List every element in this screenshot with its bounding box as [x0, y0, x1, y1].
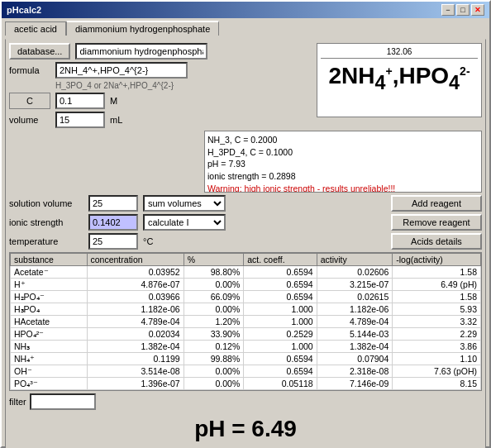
ionic-strength-input[interactable] — [88, 214, 138, 231]
window-controls: − □ ✕ — [441, 4, 484, 16]
table-cell: 0.00% — [184, 303, 244, 316]
content-area: acetic acid diammonium hydrogenphosphate… — [2, 18, 489, 448]
formula-display-panel: 132.06 2NH4+,HPO42- — [317, 43, 482, 117]
col-activity: activity — [317, 254, 393, 266]
table-row: NH₄⁺0.119999.88%0.65940.079041.10 — [11, 353, 481, 365]
volume-input[interactable] — [55, 112, 105, 128]
filter-row: filter — [9, 393, 482, 410]
col-concentration: concentration — [87, 254, 184, 266]
solution-volume-label: solution volume — [9, 198, 83, 208]
info-box: NH_3, C = 0.2000 H_3PD_4, C = 0.1000 pH … — [204, 131, 482, 193]
remove-reagent-button[interactable]: Remove reagent — [391, 214, 482, 231]
table-cell: 98.80% — [184, 266, 244, 279]
substance-table-container: substance concentration % act. coeff. ac… — [9, 252, 482, 391]
table-cell: NH₄⁺ — [11, 353, 88, 365]
main-panel: database... formula H_3PO_4 or 2Na^+,HPO… — [5, 39, 486, 448]
table-row: Acetate⁻0.0395298.80%0.65940.026061.58 — [11, 266, 481, 279]
table-cell: OH⁻ — [11, 365, 88, 378]
close-button[interactable]: ✕ — [471, 4, 484, 16]
table-cell: 0.03952 — [87, 266, 184, 279]
ionic-strength-label: ionic strength — [9, 217, 83, 227]
table-cell: H⁺ — [11, 279, 88, 291]
info-line-2: H_3PD_4, C = 0.1000 — [207, 146, 479, 159]
table-cell: HPO₄²⁻ — [11, 328, 88, 341]
title-bar: pHcalc2 − □ ✕ — [2, 2, 489, 18]
col-log-activity: -log(activity) — [393, 254, 481, 266]
table-cell: 1.000 — [244, 316, 317, 328]
database-button[interactable]: database... — [9, 43, 70, 60]
col-percent: % — [184, 254, 244, 266]
tab-bar: acetic acid diammonium hydrogenphosphate — [5, 21, 486, 36]
left-panel: database... formula H_3PO_4 or 2Na^+,HPO… — [9, 43, 312, 128]
table-cell: 1.10 — [393, 353, 481, 365]
acids-details-button[interactable]: Acids details — [391, 233, 482, 250]
table-cell: 0.02606 — [317, 266, 393, 279]
temperature-input[interactable] — [88, 233, 138, 250]
table-cell: H₃PO₄ — [11, 303, 88, 316]
table-cell: 0.6594 — [244, 279, 317, 291]
table-cell: H₂PO₄⁻ — [11, 291, 88, 303]
temperature-label: temperature — [9, 236, 83, 246]
window-title: pHcalc2 — [7, 5, 41, 15]
table-cell: PO₄³⁻ — [11, 378, 88, 390]
table-cell: 0.03966 — [87, 291, 184, 303]
info-section: NH_3, C = 0.2000 H_3PD_4, C = 0.1000 pH … — [9, 131, 482, 193]
volume-label: volume — [9, 115, 50, 125]
formula-row: formula — [9, 62, 312, 79]
add-reagent-button[interactable]: Add reagent — [391, 195, 482, 212]
sum-volumes-select[interactable]: sum volumes fixed volume — [143, 195, 226, 212]
table-cell: 0.12% — [184, 341, 244, 353]
table-cell: 7.146e-09 — [317, 378, 393, 390]
formula-input[interactable] — [55, 62, 188, 79]
table-cell: 0.1199 — [87, 353, 184, 365]
table-cell: 5.93 — [393, 303, 481, 316]
solution-volume-input[interactable] — [88, 195, 138, 212]
table-cell: 1.000 — [244, 303, 317, 316]
table-cell: 1.58 — [393, 266, 481, 279]
table-row: HPO₄²⁻0.0203433.90%0.25295.144e-032.29 — [11, 328, 481, 341]
c-input[interactable] — [55, 93, 105, 109]
table-cell: 0.00% — [184, 365, 244, 378]
table-cell: 4.789e-04 — [87, 316, 184, 328]
table-cell: 2.318e-08 — [317, 365, 393, 378]
table-cell: 0.02615 — [317, 291, 393, 303]
table-row: H₃PO₄1.182e-060.00%1.0001.182e-065.93 — [11, 303, 481, 316]
table-cell: NH₃ — [11, 341, 88, 353]
substance-table: substance concentration % act. coeff. ac… — [10, 253, 481, 390]
table-cell: 0.6594 — [244, 353, 317, 365]
tab-diammonium[interactable]: diammonium hydrogenphosphate — [66, 21, 219, 36]
ph-display: pH = 6.49 — [9, 412, 482, 446]
table-cell: 33.90% — [184, 328, 244, 341]
table-row: OH⁻3.514e-080.00%0.65942.318e-087.63 (pO… — [11, 365, 481, 378]
table-cell: 2.29 — [393, 328, 481, 341]
middle-section: solution volume sum volumes fixed volume… — [9, 195, 482, 250]
table-cell: HAcetate — [11, 316, 88, 328]
table-cell: 1.396e-07 — [87, 378, 184, 390]
mw-display: 132.06 — [321, 47, 478, 59]
formula-label: formula — [9, 65, 50, 75]
solution-volume-row: solution volume sum volumes fixed volume — [9, 195, 386, 212]
table-cell: 4.789e-04 — [317, 316, 393, 328]
minimize-button[interactable]: − — [441, 4, 455, 16]
calculate-i-select[interactable]: calculate I set I=0 manual I — [143, 214, 226, 231]
info-line-3: pH = 7.93 — [207, 158, 479, 170]
table-cell: 1.20% — [184, 316, 244, 328]
table-cell: 3.514e-08 — [87, 365, 184, 378]
table-cell: 0.00% — [184, 378, 244, 390]
table-cell: Acetate⁻ — [11, 266, 88, 279]
database-input[interactable] — [75, 43, 207, 60]
filter-input[interactable] — [30, 393, 96, 410]
tab-acetic-acid[interactable]: acetic acid — [5, 21, 66, 36]
c-unit: M — [110, 96, 117, 106]
table-cell: 6.49 (pH) — [393, 279, 481, 291]
formula-hint: H_3PO_4 or 2Na^+,HPO_4^{2-} — [55, 81, 174, 90]
ionic-strength-row: ionic strength calculate I set I=0 manua… — [9, 214, 386, 231]
table-cell: 3.32 — [393, 316, 481, 328]
formula-hint-row: H_3PO_4 or 2Na^+,HPO_4^{2-} — [9, 81, 312, 90]
table-row: PO₄³⁻1.396e-070.00%0.051187.146e-098.15 — [11, 378, 481, 390]
table-cell: 1.58 — [393, 291, 481, 303]
top-section: database... formula H_3PO_4 or 2Na^+,HPO… — [9, 43, 482, 128]
table-cell: 0.07904 — [317, 353, 393, 365]
table-cell: 1.182e-06 — [87, 303, 184, 316]
maximize-button[interactable]: □ — [456, 4, 470, 16]
